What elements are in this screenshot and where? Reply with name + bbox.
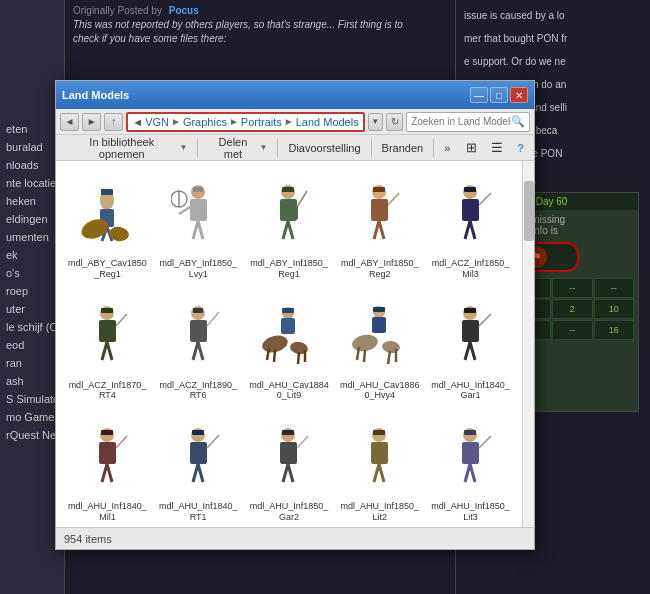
file-thumb-2 xyxy=(254,176,324,256)
file-item-0[interactable]: mdl_ABY_Cav1850_Reg1 xyxy=(64,169,151,287)
svg-rect-17 xyxy=(282,187,294,192)
file-thumb-9 xyxy=(436,298,506,378)
post-header: Originally Posted by Pocus xyxy=(73,5,407,16)
file-thumb-8 xyxy=(345,298,415,378)
svg-rect-91 xyxy=(371,442,388,464)
address-bar: ◄ ► ↑ ◄ VGN ► Graphics ► Portraits ► Lan… xyxy=(56,109,534,135)
slideshow-button[interactable]: Diavoorstelling xyxy=(282,140,366,156)
file-thumb-1 xyxy=(163,176,233,256)
svg-rect-96 xyxy=(464,430,476,435)
forum-area: Originally Posted by Pocus This was not … xyxy=(65,0,415,85)
file-item-4[interactable]: mdl_ACZ_Inf1850_Mil3 xyxy=(427,169,514,287)
maximize-button[interactable]: □ xyxy=(490,87,508,103)
toolbar-sep-2 xyxy=(277,139,278,157)
file-grid-area: mdl_ABY_Cav1850_Reg1 xyxy=(56,161,522,527)
grid-cell-3: -- xyxy=(594,278,635,298)
file-item-13[interactable]: mdl_AHU_Inf1850_Lit2 xyxy=(336,412,423,527)
post-text: This was not reported by others players,… xyxy=(73,18,407,46)
file-item-5[interactable]: mdl_ACZ_Inf1870_RT4 xyxy=(64,291,151,409)
refresh-button[interactable]: ↻ xyxy=(386,113,403,131)
file-thumb-4 xyxy=(436,176,506,256)
file-item-3[interactable]: mdl_ABY_Inf1850_Reg2 xyxy=(336,169,423,287)
svg-rect-30 xyxy=(464,187,476,192)
svg-rect-43 xyxy=(190,320,207,342)
svg-line-69 xyxy=(470,342,475,360)
svg-rect-48 xyxy=(282,308,294,313)
file-name-6: mdl_ACZ_Inf1890_RT6 xyxy=(158,380,239,402)
svg-line-63 xyxy=(388,351,390,364)
grid-cell-6: 2 xyxy=(552,299,593,319)
file-name-8: mdl_AHU_Cav18860_Hvy4 xyxy=(339,380,420,402)
scroll-thumb[interactable] xyxy=(524,181,534,241)
svg-rect-97 xyxy=(462,442,479,464)
back-button[interactable]: ◄ xyxy=(60,113,79,131)
breadcrumb-dropdown[interactable]: ▼ xyxy=(368,113,383,131)
svg-line-87 xyxy=(288,464,293,482)
file-item-14[interactable]: mdl_AHU_Inf1850_Lit3 xyxy=(427,412,514,527)
svg-line-33 xyxy=(470,221,475,239)
view-button[interactable]: ⊞ xyxy=(460,138,483,157)
svg-line-76 xyxy=(116,436,127,448)
file-name-7: mdl_AHU_Cav18840_Lit9 xyxy=(249,380,330,402)
search-box: 🔍 xyxy=(406,112,530,132)
file-item-12[interactable]: mdl_AHU_Inf1850_Gar2 xyxy=(246,412,333,527)
file-name-1: mdl_ABY_Inf1850_Lvy1 xyxy=(158,258,239,280)
file-item-10[interactable]: mdl_AHU_Inf1840_Mil1 xyxy=(64,412,151,527)
file-item-2[interactable]: mdl_ABY_Inf1850_Reg1 xyxy=(246,169,333,287)
breadcrumb-nav-arrow[interactable]: ◄ xyxy=(132,116,143,128)
file-name-13: mdl_AHU_Inf1850_Lit2 xyxy=(339,501,420,523)
svg-rect-49 xyxy=(281,318,295,334)
file-item-8[interactable]: mdl_AHU_Cav18860_Hvy4 xyxy=(336,291,423,409)
file-item-7[interactable]: mdl_AHU_Cav18840_Lit9 xyxy=(246,291,333,409)
svg-rect-84 xyxy=(282,430,294,435)
view-list-button[interactable]: ☰ xyxy=(485,138,509,157)
grid-cell-7: 10 xyxy=(594,299,635,319)
svg-rect-66 xyxy=(464,308,476,313)
breadcrumb-item-portraits[interactable]: Portraits xyxy=(241,116,282,128)
svg-line-53 xyxy=(274,350,275,362)
svg-line-100 xyxy=(479,436,491,448)
svg-line-40 xyxy=(116,314,127,326)
status-bar: 954 items xyxy=(56,527,534,549)
file-thumb-11 xyxy=(163,419,233,499)
scrollbar[interactable] xyxy=(522,161,534,527)
svg-rect-67 xyxy=(462,320,479,342)
svg-rect-24 xyxy=(373,187,385,192)
share-button[interactable]: Delen met ▼ xyxy=(202,134,273,162)
originally-posted-label: Originally Posted by xyxy=(73,5,162,16)
file-thumb-0 xyxy=(72,176,142,256)
file-thumb-12 xyxy=(254,419,324,499)
search-icon[interactable]: 🔍 xyxy=(511,115,525,128)
file-name-5: mdl_ACZ_Inf1870_RT4 xyxy=(67,380,148,402)
help-button[interactable]: ? xyxy=(511,140,530,156)
file-thumb-7 xyxy=(254,298,324,378)
breadcrumb-item-vgn[interactable]: VGN xyxy=(145,116,169,128)
forward-button[interactable]: ► xyxy=(82,113,101,131)
close-button[interactable]: ✕ xyxy=(510,87,528,103)
svg-rect-37 xyxy=(99,320,116,342)
svg-rect-58 xyxy=(372,317,386,333)
poster-name: Pocus xyxy=(169,5,199,16)
breadcrumb-item-land-models[interactable]: Land Models xyxy=(296,116,359,128)
svg-line-39 xyxy=(107,342,112,360)
file-item-6[interactable]: mdl_ACZ_Inf1890_RT6 xyxy=(155,291,242,409)
library-button[interactable]: In bibliotheek opnemen ▼ xyxy=(60,134,193,162)
more-button[interactable]: » xyxy=(438,140,456,156)
svg-rect-18 xyxy=(280,199,297,221)
file-item-1[interactable]: mdl_ABY_Inf1850_Lvy1 xyxy=(155,169,242,287)
file-item-11[interactable]: mdl_AHU_Inf1840_RT1 xyxy=(155,412,242,527)
file-name-12: mdl_AHU_Inf1850_Gar2 xyxy=(249,501,330,523)
svg-line-81 xyxy=(198,464,203,482)
toolbar-sep-1 xyxy=(197,139,198,157)
search-input[interactable] xyxy=(411,116,511,127)
file-thumb-3 xyxy=(345,176,415,256)
svg-line-54 xyxy=(298,352,299,364)
svg-rect-9 xyxy=(193,187,203,192)
up-button[interactable]: ↑ xyxy=(104,113,123,131)
breadcrumb-item-graphics[interactable]: Graphics xyxy=(183,116,227,128)
file-item-9[interactable]: mdl_AHU_Inf1840_Gar1 xyxy=(427,291,514,409)
minimize-button[interactable]: — xyxy=(470,87,488,103)
svg-rect-90 xyxy=(373,430,385,435)
burn-button[interactable]: Branden xyxy=(376,140,430,156)
svg-rect-31 xyxy=(462,199,479,221)
